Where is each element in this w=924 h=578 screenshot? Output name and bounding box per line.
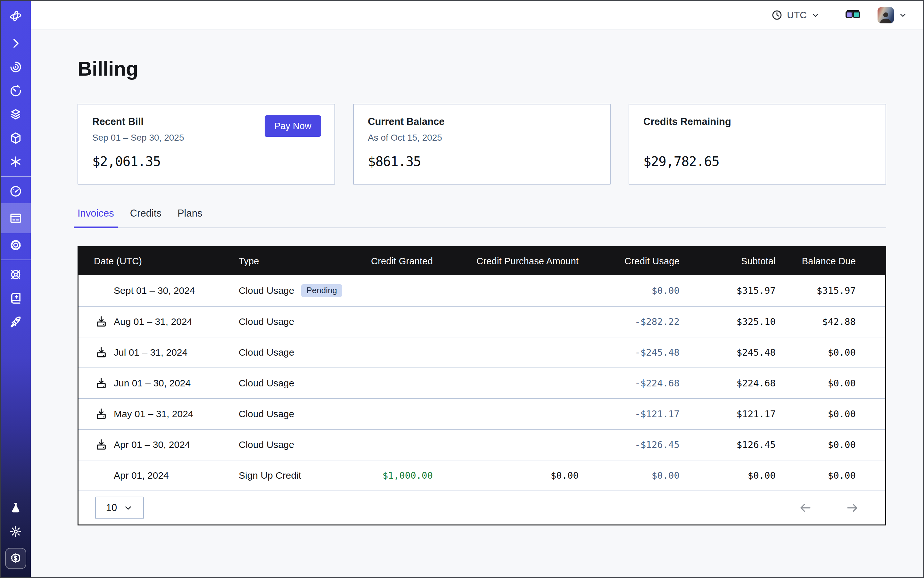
card-amount: $29,782.65	[643, 154, 872, 169]
card-amount: $861.35	[368, 154, 596, 169]
3d-glasses-button[interactable]	[843, 8, 863, 22]
credit-purchase: $0.00	[440, 470, 586, 481]
balance-due: $315.97	[783, 285, 885, 296]
summary-cards: Recent Bill Sep 01 – Sep 30, 2025 $2,061…	[78, 104, 886, 185]
account-menu[interactable]	[875, 7, 909, 24]
col-credit-purchase: Credit Purchase Amount	[440, 256, 586, 266]
flask-icon[interactable]	[1, 496, 31, 520]
helm-wheel-icon[interactable]	[1, 263, 31, 286]
cube-icon[interactable]	[1, 126, 31, 150]
subtotal: $121.17	[687, 409, 783, 419]
pay-now-button[interactable]: Pay Now	[265, 115, 321, 137]
layers-icon[interactable]	[1, 102, 31, 126]
invoice-date: Apr 01 – 30, 2024	[114, 439, 190, 450]
invoice-type: Cloud Usage	[239, 409, 294, 419]
billing-card-icon	[9, 211, 23, 225]
invoice-date: Jul 01 – 31, 2024	[114, 347, 187, 358]
sun-theme-icon[interactable]	[1, 520, 31, 543]
current-balance-card: Current Balance As of Oct 15, 2025 $861.…	[353, 104, 611, 185]
col-subtotal: Subtotal	[687, 256, 783, 266]
avatar	[877, 7, 894, 23]
tab-credits[interactable]: Credits	[130, 208, 161, 227]
orbit-logo-icon[interactable]	[1, 1, 31, 31]
invoice-type: Cloud Usage	[239, 378, 294, 389]
card-title: Credits Remaining	[643, 116, 872, 128]
recent-bill-card: Recent Bill Sep 01 – Sep 30, 2025 $2,061…	[78, 104, 335, 185]
credit-usage: -$245.48	[586, 347, 687, 358]
3d-glasses-icon	[844, 9, 861, 21]
subtotal: $315.97	[687, 285, 783, 296]
sidebar	[1, 1, 31, 577]
table-row: Jun 01 – 30, 2024 Cloud Usage -$224.68 $…	[78, 367, 885, 398]
rocket-icon[interactable]	[1, 310, 31, 334]
timezone-selector[interactable]: UTC	[769, 9, 822, 21]
invoice-type: Cloud Usage	[239, 285, 294, 296]
subtotal: $325.10	[687, 316, 783, 327]
chevron-down-icon	[123, 503, 133, 513]
download-icon	[95, 408, 108, 421]
subtotal: $0.00	[687, 470, 783, 481]
download-invoice-button[interactable]	[95, 438, 108, 451]
sidebar-item-billing[interactable]	[1, 203, 31, 233]
sidebar-divider	[1, 176, 31, 177]
arrow-right-icon	[846, 501, 859, 515]
table-row: Jul 01 – 31, 2024 Cloud Usage -$245.48 $…	[78, 337, 885, 367]
dollar-badge-icon	[9, 552, 23, 565]
download-icon	[95, 346, 108, 359]
timer-icon[interactable]	[1, 79, 31, 102]
invoice-type: Sign Up Credit	[239, 470, 301, 481]
download-invoice-button[interactable]	[95, 408, 108, 421]
tab-invoices[interactable]: Invoices	[78, 208, 114, 227]
credit-usage: $0.00	[586, 470, 687, 481]
docs-book-icon[interactable]	[1, 286, 31, 310]
table-row: Aug 01 – 31, 2024 Cloud Usage -$282.22 $…	[78, 306, 885, 337]
subtotal: $224.68	[687, 378, 783, 389]
page-size-select[interactable]: 10	[95, 497, 144, 519]
table-footer: 10	[78, 490, 885, 524]
balance-due: $0.00	[783, 409, 885, 419]
subtotal: $126.45	[687, 439, 783, 450]
tab-plans[interactable]: Plans	[177, 208, 203, 227]
chevron-down-icon	[811, 11, 820, 19]
clock-icon	[771, 9, 783, 21]
credit-usage: -$282.22	[586, 316, 687, 327]
page-title: Billing	[78, 57, 886, 80]
invoice-date: May 01 – 31, 2024	[114, 409, 193, 419]
credits-dollar-button[interactable]	[5, 548, 26, 569]
balance-due: $0.00	[783, 378, 885, 389]
download-invoice-button[interactable]	[95, 346, 108, 359]
col-credit-usage: Credit Usage	[586, 256, 687, 266]
credit-granted: $1,000.00	[362, 470, 440, 481]
col-balance-due: Balance Due	[783, 256, 885, 266]
credit-usage: -$121.17	[586, 409, 687, 419]
col-date: Date (UTC)	[78, 256, 222, 266]
collapse-chevron-icon[interactable]	[1, 31, 31, 55]
table-header: Date (UTC) Type Credit Granted Credit Pu…	[78, 247, 885, 275]
invoice-date: Sept 01 – 30, 2024	[114, 285, 195, 296]
asterisk-icon[interactable]	[1, 150, 31, 174]
download-invoice-button[interactable]	[95, 315, 108, 328]
observe-spiral-icon[interactable]	[1, 55, 31, 79]
download-icon	[95, 315, 108, 328]
subtotal: $245.48	[687, 347, 783, 358]
main-area: UTC	[31, 1, 923, 577]
next-page-button[interactable]	[846, 501, 859, 515]
invoice-type: Cloud Usage	[239, 316, 294, 327]
arrow-left-icon	[799, 501, 812, 515]
balance-due: $0.00	[783, 439, 885, 450]
invoice-type: Cloud Usage	[239, 347, 294, 358]
page-size-value: 10	[106, 502, 117, 514]
invoice-type: Cloud Usage	[239, 439, 294, 450]
timezone-label: UTC	[787, 10, 807, 21]
download-invoice-button[interactable]	[95, 377, 108, 390]
settings-gear-icon[interactable]	[1, 233, 31, 257]
col-credit-granted: Credit Granted	[362, 256, 440, 266]
table-row: May 01 – 31, 2024 Cloud Usage -$121.17 $…	[78, 398, 885, 429]
previous-page-button[interactable]	[799, 501, 812, 515]
content: Billing Recent Bill Sep 01 – Sep 30, 202…	[31, 30, 923, 577]
sidebar-bottom	[1, 496, 31, 577]
download-slot	[94, 284, 109, 298]
billing-screen: UTC	[0, 0, 924, 578]
invoice-date: Jun 01 – 30, 2024	[114, 378, 191, 389]
usage-gauge-icon[interactable]	[1, 179, 31, 203]
